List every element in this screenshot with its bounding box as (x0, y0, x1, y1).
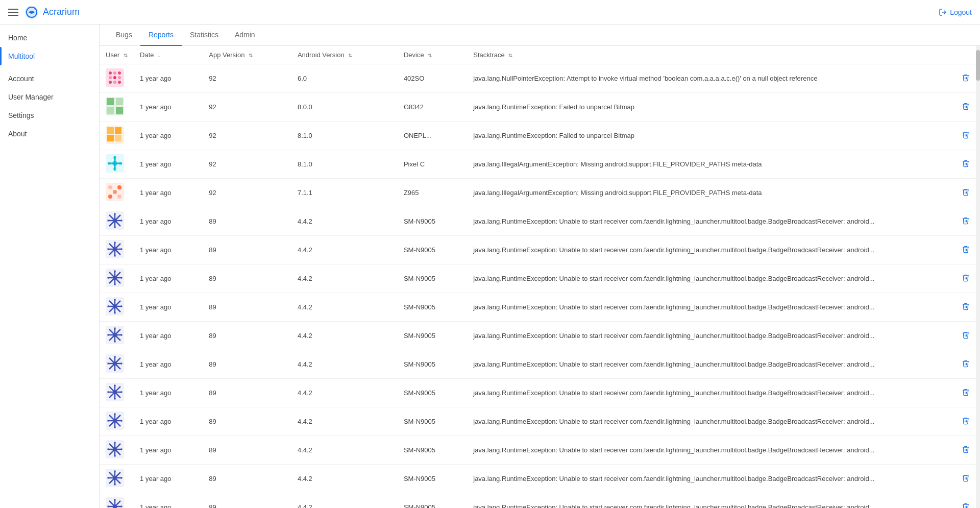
col-header-stacktrace[interactable]: Stacktrace ⇅ (467, 46, 951, 64)
user-avatar-cell[interactable] (100, 236, 134, 264)
svg-point-92 (114, 356, 116, 358)
device-cell: SM-N9005 (398, 436, 467, 465)
sidebar-item-settings[interactable]: Settings (0, 106, 99, 125)
col-header-device[interactable]: Device ⇅ (398, 46, 467, 64)
android-version-cell: 4.4.2 (291, 322, 398, 350)
delete-button[interactable] (958, 443, 974, 457)
stacktrace-cell[interactable]: java.lang.RuntimeException: Unable to st… (467, 236, 951, 264)
stacktrace-cell[interactable]: java.lang.RuntimeException: Unable to st… (467, 379, 951, 407)
sidebar-item-multitool[interactable]: Multitool (0, 47, 99, 65)
stacktrace-cell[interactable]: java.lang.IllegalArgumentException: Miss… (467, 150, 951, 179)
delete-icon (962, 188, 970, 196)
logout-button[interactable]: Logout (939, 8, 972, 16)
user-avatar-cell[interactable] (100, 64, 134, 93)
stacktrace-cell[interactable]: java.lang.RuntimeException: Unable to st… (467, 407, 951, 436)
user-avatar-cell[interactable] (100, 207, 134, 236)
avatar (106, 440, 128, 460)
delete-button[interactable] (958, 71, 974, 86)
stacktrace-cell[interactable]: java.lang.RuntimeException: Failed to un… (467, 93, 951, 122)
app-version-cell: 89 (203, 436, 291, 465)
topbar: Acrarium Logout (0, 0, 980, 25)
user-avatar-cell[interactable] (100, 179, 134, 207)
stacktrace-cell[interactable]: java.lang.RuntimeException: Unable to st… (467, 350, 951, 379)
user-avatar-cell[interactable] (100, 436, 134, 465)
android-version-cell: 8.0.0 (291, 93, 398, 122)
delete-button[interactable] (958, 329, 974, 343)
device-cell: SM-N9005 (398, 493, 467, 509)
user-avatar-cell[interactable] (100, 93, 134, 122)
stacktrace-cell[interactable]: java.lang.RuntimeException: Unable to st… (467, 293, 951, 322)
device-cell: Pixel C (398, 150, 467, 179)
android-version-cell: 4.4.2 (291, 493, 398, 509)
scrollbar-thumb[interactable] (976, 50, 980, 81)
svg-point-75 (120, 305, 122, 307)
delete-button[interactable] (958, 157, 974, 172)
stacktrace-cell[interactable]: java.lang.RuntimeException: Unable to st… (467, 322, 951, 350)
sidebar-item-about[interactable]: About (0, 125, 99, 143)
svg-point-54 (107, 248, 109, 250)
svg-point-104 (107, 391, 109, 393)
delete-button[interactable] (958, 386, 974, 400)
user-avatar-cell[interactable] (100, 350, 134, 379)
android-version-cell: 4.4.2 (291, 236, 398, 264)
user-avatar-cell[interactable] (100, 407, 134, 436)
delete-button[interactable] (958, 186, 974, 200)
col-header-app-version[interactable]: App Version ⇅ (203, 46, 291, 64)
table-row: 1 year ago894.4.2SM-N9005java.lang.Runti… (100, 493, 980, 509)
stacktrace-cell[interactable]: java.lang.RuntimeException: Failed to un… (467, 122, 951, 150)
hamburger-icon[interactable] (8, 9, 18, 16)
col-header-android-version[interactable]: Android Version ⇅ (291, 46, 398, 64)
tab-admin[interactable]: Admin (227, 25, 263, 46)
delete-button[interactable] (958, 272, 974, 286)
user-avatar-cell[interactable] (100, 264, 134, 293)
svg-point-45 (120, 220, 122, 222)
delete-button[interactable] (958, 300, 974, 315)
app-version-cell: 92 (203, 122, 291, 150)
device-cell: Z965 (398, 179, 467, 207)
delete-button[interactable] (958, 472, 974, 486)
app-version-cell: 92 (203, 150, 291, 179)
tab-reports[interactable]: Reports (140, 25, 182, 46)
delete-button[interactable] (958, 100, 974, 114)
delete-button[interactable] (958, 129, 974, 143)
col-header-date[interactable]: Date ↓ (134, 46, 203, 64)
user-avatar-cell[interactable] (100, 322, 134, 350)
tab-bar: Bugs Reports Statistics Admin (100, 25, 980, 46)
stacktrace-cell[interactable]: java.lang.RuntimeException: Unable to st… (467, 493, 951, 509)
delete-button[interactable] (958, 357, 974, 372)
android-version-cell: 8.1.0 (291, 150, 398, 179)
col-header-user[interactable]: User ⇅ (100, 46, 134, 64)
delete-button[interactable] (958, 214, 974, 229)
svg-point-73 (114, 312, 116, 314)
sidebar-item-account[interactable]: Account (0, 69, 99, 88)
sidebar-item-user-manager[interactable]: User Manager (0, 88, 99, 106)
date-cell: 1 year ago (134, 264, 203, 293)
avatar (106, 154, 128, 174)
user-avatar-cell[interactable] (100, 293, 134, 322)
stacktrace-cell[interactable]: java.lang.NullPointerException: Attempt … (467, 64, 951, 93)
tab-bugs[interactable]: Bugs (108, 25, 140, 46)
user-avatar-cell[interactable] (100, 379, 134, 407)
delete-button[interactable] (958, 243, 974, 257)
user-avatar-cell[interactable] (100, 150, 134, 179)
user-avatar-cell[interactable] (100, 122, 134, 150)
stacktrace-cell[interactable]: java.lang.RuntimeException: Unable to st… (467, 436, 951, 465)
date-cell: 1 year ago (134, 122, 203, 150)
svg-point-11 (118, 81, 121, 84)
stacktrace-cell[interactable]: java.lang.IllegalArgumentException: Miss… (467, 179, 951, 207)
user-avatar-cell[interactable] (100, 465, 134, 493)
app-version-cell: 89 (203, 465, 291, 493)
sidebar-item-home[interactable]: Home (0, 29, 99, 47)
delete-icon (962, 417, 970, 425)
reports-table-container[interactable]: User ⇅ Date ↓ App Version ⇅ Android Vers… (100, 46, 980, 508)
stacktrace-cell[interactable]: java.lang.RuntimeException: Unable to st… (467, 207, 951, 236)
table-row: 1 year ago894.4.2SM-N9005java.lang.Runti… (100, 236, 980, 264)
stacktrace-cell[interactable]: java.lang.RuntimeException: Unable to st… (467, 264, 951, 293)
delete-icon (962, 159, 970, 167)
scrollbar[interactable] (976, 25, 980, 508)
delete-button[interactable] (958, 500, 974, 509)
delete-button[interactable] (958, 415, 974, 429)
stacktrace-cell[interactable]: java.lang.RuntimeException: Unable to st… (467, 465, 951, 493)
tab-statistics[interactable]: Statistics (182, 25, 227, 46)
user-avatar-cell[interactable] (100, 493, 134, 509)
